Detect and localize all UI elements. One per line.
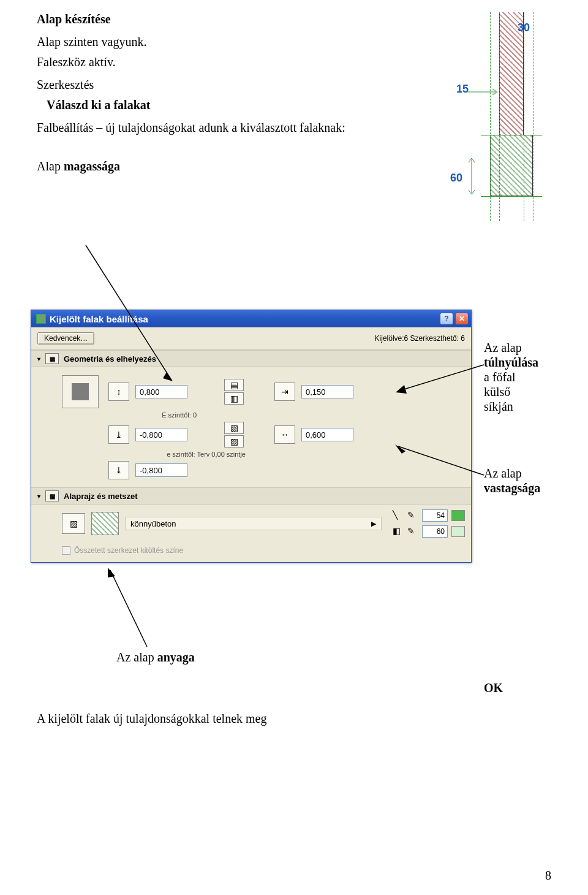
- annot-anyaga: Az alap anyaga: [116, 650, 195, 665]
- dim-30: 30: [518, 21, 530, 34]
- favorites-button[interactable]: Kedvencek…: [37, 332, 94, 345]
- dialog-title: Kijelölt falak beállítása: [50, 314, 148, 324]
- offset2-input[interactable]: [135, 463, 187, 477]
- thick-icon: ↔: [274, 425, 295, 444]
- selection-info: Kijelölve:6 Szerkeszthető: 6: [375, 334, 465, 343]
- pen-fill-icon: ◧: [393, 526, 404, 537]
- composite-fill-checkbox[interactable]: [62, 546, 70, 555]
- help-button[interactable]: ?: [440, 313, 453, 325]
- pen1-color[interactable]: [451, 510, 465, 521]
- pen-line-icon: ╲: [393, 510, 404, 521]
- app-icon: [36, 314, 46, 324]
- wall-preview-icon[interactable]: [62, 375, 99, 408]
- top-mode-b-icon[interactable]: ▥: [224, 392, 244, 405]
- section-floorplan-header[interactable]: ▾ ▩ Alaprajz és metszet: [31, 487, 471, 505]
- section-geometry-header[interactable]: ▾ ▦ Geometria és elhelyezés: [31, 350, 471, 367]
- hatch-preview-icon[interactable]: ▨: [62, 513, 85, 534]
- collapse-icon: ▾: [37, 493, 40, 500]
- ok-label: OK: [484, 680, 503, 695]
- offset1-icon: ⤓: [108, 425, 129, 444]
- material-preview[interactable]: [91, 512, 119, 535]
- titlebar[interactable]: Kijelölt falak beállítása ? ✕: [31, 310, 471, 327]
- offset1-input[interactable]: [135, 428, 187, 441]
- composite-fill-row: Összetett szerkezet kitöltés színe: [31, 543, 471, 562]
- pen2-color[interactable]: [451, 526, 465, 537]
- arch-diagram: 30 15 60: [432, 12, 542, 221]
- composite-fill-label: Összetett szerkezet kitöltés színe: [74, 546, 183, 555]
- svg-line-5: [110, 570, 147, 647]
- pen1-input[interactable]: [422, 509, 448, 522]
- collapse-icon: ▾: [37, 356, 40, 362]
- pen-icon: ✎: [407, 526, 418, 537]
- geometry-panel: ↕ ▤ ▥ ⇥ E szinttől: 0 ⤓ ▧ ▨ ↔: [31, 367, 471, 487]
- extension-input[interactable]: [301, 385, 353, 398]
- material-dropdown[interactable]: könnyűbeton ▶: [125, 517, 382, 530]
- top-mode-a-icon[interactable]: ▤: [224, 379, 244, 391]
- page-number: 8: [545, 869, 551, 883]
- annot-vastagsaga: Az alap vastagsága: [484, 466, 564, 495]
- offset2-icon: ⤓: [108, 461, 129, 479]
- geometry-icon: ▦: [45, 353, 59, 364]
- floorplan-panel: ▨ könnyűbeton ▶ ╲ ✎ ◧ ✎: [31, 505, 471, 543]
- height-icon: ↕: [108, 383, 129, 401]
- ext-icon: ⇥: [274, 383, 295, 401]
- annot-tulnyulas: Az alap túlnyúlása a főfal külső síkján: [484, 340, 564, 414]
- thickness-input[interactable]: [301, 428, 353, 441]
- ref-mode-a-icon[interactable]: ▧: [224, 422, 244, 434]
- pen-icon: ✎: [407, 510, 418, 521]
- wall-settings-dialog: Kijelölt falak beállítása ? ✕ Kedvencek……: [31, 310, 472, 563]
- chevron-right-icon: ▶: [371, 520, 376, 528]
- ref-mode-b-icon[interactable]: ▨: [224, 435, 244, 448]
- e-szinttol-label: E szinttől: 0: [111, 411, 197, 419]
- height-input[interactable]: [135, 385, 187, 398]
- floorplan-icon: ▩: [45, 490, 59, 501]
- pen2-input[interactable]: [422, 525, 448, 538]
- close-button[interactable]: ✕: [455, 313, 469, 325]
- terv-label: e szinttől: Terv 0,00 szintje: [111, 451, 246, 458]
- footer-text: A kijelölt falak új tulajdonságokkal tel…: [37, 711, 266, 726]
